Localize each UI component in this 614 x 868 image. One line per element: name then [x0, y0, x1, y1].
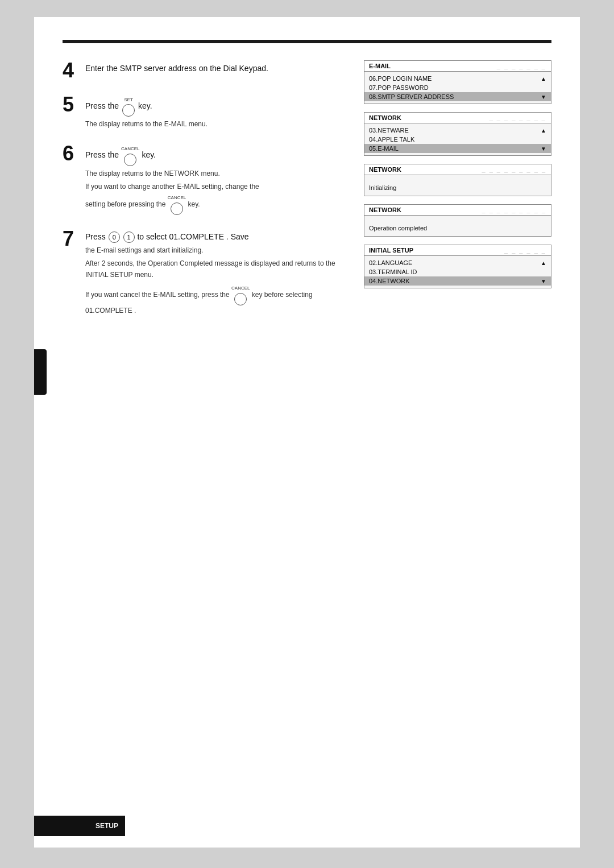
step-6-detail3-before: setting before pressing the	[85, 200, 165, 208]
step-6-key-btn	[124, 154, 136, 166]
step-4-number: 4	[63, 60, 78, 81]
network-initializing-header: NETWORK _ _ _ _ _ _ _ _ _	[364, 164, 551, 175]
step-6: 6 Press the CANCEL key. The display retu…	[63, 143, 347, 214]
step-6-detail3-key-wrapper: CANCEL	[168, 195, 186, 215]
bottom-bar: SETUP	[34, 816, 580, 836]
step-6-content: Press the CANCEL key. The display return…	[85, 143, 347, 214]
step-5-title: Press the SET key.	[85, 97, 347, 117]
top-bar	[63, 40, 551, 43]
step-7-cancel-label: CANCEL	[231, 285, 250, 292]
email-row-2: 07.POP PASSWORD	[364, 83, 551, 92]
content-area: 4 Enter the SMTP server address on the D…	[63, 60, 551, 330]
email-panel-header: E-MAIL _ _ _ _ _ _ _	[364, 61, 551, 72]
left-tab	[34, 349, 47, 395]
network-initializing-dashes: _ _ _ _ _ _ _ _ _	[482, 166, 546, 173]
step-6-detail2: If you want to change another E-MAIL set…	[85, 181, 347, 192]
network-completed-header: NETWORK _ _ _ _ _ _ _ _ _	[364, 205, 551, 216]
initial-setup-title: INITIAL SETUP	[369, 247, 413, 254]
step-7-number: 7	[63, 229, 78, 249]
network-panel-1-dashes: _ _ _ _ _ _ _ _	[489, 114, 546, 121]
email-row-1: 06.POP LOGIN NAME ▲	[364, 74, 551, 83]
step-5-key-btn	[122, 104, 135, 117]
step-4: 4 Enter the SMTP server address on the D…	[63, 60, 347, 81]
initial-setup-header: INITIAL SETUP _ _ _ _ _ _	[364, 245, 551, 256]
step-6-number: 6	[63, 143, 78, 164]
step-7: 7 Press 0 1 to select 01.COMPLETE . Save…	[63, 229, 347, 316]
step-6-cancel-btn	[171, 202, 183, 215]
network-completed-dashes: _ _ _ _ _ _ _ _ _	[482, 206, 546, 213]
email-row-2-text: 07.POP PASSWORD	[369, 84, 429, 91]
initial-row-3: 04.NETWORK ▼	[364, 276, 551, 286]
step-6-key-wrapper: CANCEL	[121, 146, 139, 166]
step-7-title-part1: Press	[85, 232, 106, 241]
network-completed-panel: NETWORK _ _ _ _ _ _ _ _ _ Operation comp…	[364, 204, 551, 237]
email-row-3-text: 08.SMTP SERVER ADDRESS	[369, 93, 454, 100]
initial-row-1: 02.LANGUAGE ▲	[364, 258, 551, 267]
email-row-1-arrow: ▲	[541, 76, 546, 82]
network-panel-1-title: NETWORK	[369, 114, 401, 121]
email-row-3-arrow: ▼	[541, 94, 546, 100]
step-6-title: Press the CANCEL key.	[85, 146, 347, 166]
step-6-title-after: key.	[142, 151, 156, 160]
step-7-title-part3: the E-mail settings and start initializi…	[85, 245, 347, 256]
network-initializing-body: Initializing	[364, 175, 551, 196]
step-7-content: Press 0 1 to select 01.COMPLETE . Save t…	[85, 229, 347, 316]
email-panel: E-MAIL _ _ _ _ _ _ _ 06.POP LOGIN NAME ▲…	[364, 60, 551, 104]
initial-setup-panel: INITIAL SETUP _ _ _ _ _ _ 02.LANGUAGE ▲ …	[364, 245, 551, 288]
step-7-detail1: After 2 seconds, the Operation Completed…	[85, 258, 347, 280]
email-panel-body: 06.POP LOGIN NAME ▲ 07.POP PASSWORD 08.S…	[364, 72, 551, 104]
step-5: 5 Press the SET key. The display returns…	[63, 94, 347, 130]
network-panel-1-body: 03.NETWARE ▲ 04.APPLE TALK 05.E-MAIL ▼	[364, 123, 551, 155]
step-7-key1: 1	[123, 232, 135, 243]
step-5-detail: The display returns to the E-MAIL menu.	[85, 119, 347, 130]
step-7-cancel-btn	[234, 293, 247, 305]
network-row-3-arrow: ▼	[541, 146, 546, 152]
initial-row-3-arrow: ▼	[541, 278, 546, 284]
step-7-title-part2: to select 01.COMPLETE . Save	[137, 232, 248, 241]
network-completed-title: NETWORK	[369, 206, 401, 213]
email-panel-dashes: _ _ _ _ _ _ _	[497, 63, 546, 69]
step-7-title: Press 0 1 to select 01.COMPLETE . Save	[85, 231, 347, 243]
step-7-cancel-wrapper: CANCEL	[231, 285, 250, 305]
network-row-2-text: 04.APPLE TALK	[369, 136, 414, 143]
step-6-title-before: Press the	[85, 151, 119, 160]
initial-row-1-arrow: ▲	[541, 260, 546, 266]
network-row-3-text: 05.E-MAIL	[369, 145, 399, 152]
left-column: 4 Enter the SMTP server address on the D…	[63, 60, 347, 330]
step-5-key-wrapper: SET	[121, 97, 136, 117]
initial-row-2: 03.TERMINAL ID	[364, 267, 551, 276]
step-6-cancel-label: CANCEL	[168, 195, 186, 202]
network-initializing-title: NETWORK	[369, 166, 401, 173]
network-initializing-panel: NETWORK _ _ _ _ _ _ _ _ _ Initializing	[364, 164, 551, 196]
network-completed-body: Operation completed	[364, 216, 551, 236]
bottom-setup-label: SETUP	[96, 822, 118, 830]
email-panel-title: E-MAIL	[369, 63, 391, 69]
initial-row-1-text: 02.LANGUAGE	[369, 259, 412, 266]
step-6-detail3: setting before pressing the CANCEL key.	[85, 195, 347, 215]
network-row-2: 04.APPLE TALK	[364, 135, 551, 144]
step-5-content: Press the SET key. The display returns t…	[85, 94, 347, 130]
step-6-detail1: The display returns to the NETWORK menu.	[85, 168, 347, 179]
initial-row-3-text: 04.NETWORK	[369, 278, 410, 284]
network-panel-1-header: NETWORK _ _ _ _ _ _ _ _	[364, 113, 551, 123]
step-4-title: Enter the SMTP server address on the Dia…	[85, 63, 347, 75]
network-row-1-text: 03.NETWARE	[369, 127, 409, 134]
initial-row-2-text: 03.TERMINAL ID	[369, 268, 417, 275]
step-5-title-before: Press the	[85, 101, 119, 110]
email-row-1-text: 06.POP LOGIN NAME	[369, 75, 432, 82]
initial-setup-body: 02.LANGUAGE ▲ 03.TERMINAL ID 04.NETWORK …	[364, 256, 551, 288]
step-6-detail3-after: key.	[188, 200, 200, 208]
bottom-black-tab: SETUP	[34, 816, 125, 836]
network-panel-1: NETWORK _ _ _ _ _ _ _ _ 03.NETWARE ▲ 04.…	[364, 112, 551, 156]
step-4-content: Enter the SMTP server address on the Dia…	[85, 60, 347, 77]
step-5-number: 5	[63, 94, 78, 115]
initial-setup-dashes: _ _ _ _ _ _	[504, 247, 546, 254]
page: 4 Enter the SMTP server address on the D…	[34, 17, 580, 848]
network-row-1: 03.NETWARE ▲	[364, 126, 551, 135]
step-6-key-label: CANCEL	[121, 146, 139, 152]
step-7-detail2: If you want cancel the E-MAIL setting, p…	[85, 285, 347, 316]
step-5-key-label: SET	[121, 97, 136, 104]
network-row-1-arrow: ▲	[541, 127, 546, 134]
step-7-detail2-before: If you want cancel the E-MAIL setting, p…	[85, 291, 230, 299]
email-row-3: 08.SMTP SERVER ADDRESS ▼	[364, 92, 551, 101]
